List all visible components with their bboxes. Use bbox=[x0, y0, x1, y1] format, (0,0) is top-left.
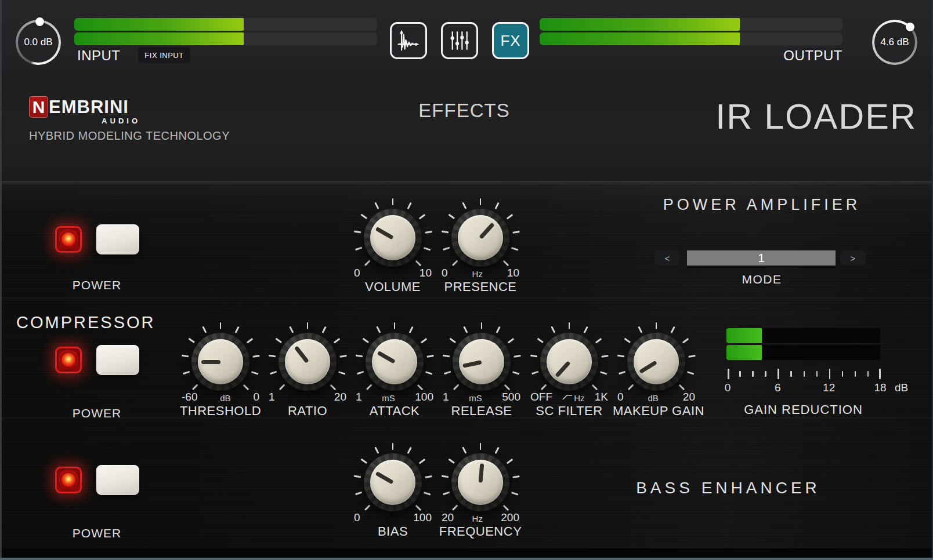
output-label: OUTPUT bbox=[726, 48, 842, 64]
eq-settings-tab-button[interactable] bbox=[441, 22, 478, 59]
mode-selector[interactable]: 1 bbox=[687, 250, 836, 266]
knob-scale: 1 mS 100 bbox=[356, 391, 433, 403]
power-amp-power-button[interactable] bbox=[96, 224, 139, 254]
knob-label: RELEASE bbox=[438, 403, 525, 419]
sliders-icon bbox=[447, 28, 472, 53]
input-meter-track-left bbox=[74, 18, 377, 31]
knob-scale: 0 dB 20 bbox=[617, 391, 695, 403]
compressor-power-led bbox=[55, 347, 82, 373]
output-meter-fill-left bbox=[540, 18, 740, 31]
bias-knob[interactable]: 0 100 BIAS bbox=[349, 437, 436, 541]
input-meter-fill-left bbox=[74, 18, 244, 31]
knob-scale: 0 Hz 10 bbox=[442, 267, 519, 279]
fix-input-button[interactable]: FIX INPUT bbox=[138, 47, 190, 63]
highpass-filter-icon bbox=[562, 394, 573, 400]
mode-prev-button[interactable]: < bbox=[654, 250, 680, 266]
mode-value: 1 bbox=[758, 251, 765, 265]
logo-tagline: HYBRID MODELING TECHNOLOGY bbox=[29, 129, 230, 143]
gr-meter-track-right bbox=[726, 345, 880, 360]
output-meter-track-left bbox=[540, 18, 842, 31]
knob-scale: 20 Hz 200 bbox=[442, 511, 519, 524]
output-gain-indicator-dot bbox=[906, 23, 914, 31]
input-gain-value: 0.0 dB bbox=[24, 37, 52, 48]
power-amplifier-title: POWER AMPLIFIER bbox=[617, 196, 907, 214]
input-gain-knob[interactable]: 0.0 dB bbox=[16, 20, 61, 65]
knob-label: SC FILTER bbox=[526, 403, 613, 419]
bass-enhancer-power-led bbox=[55, 467, 82, 493]
logo-brand-text: EMBRINI bbox=[49, 97, 129, 118]
bottom-strip bbox=[0, 548, 933, 558]
input-meter bbox=[74, 18, 377, 45]
logo-n-red-box: N bbox=[29, 96, 48, 118]
knob-label: PRESENCE bbox=[437, 279, 524, 294]
gain-reduction-label: GAIN REDUCTION bbox=[726, 402, 880, 417]
ir-waveform-tab-button[interactable] bbox=[390, 22, 427, 59]
compressor-power-button[interactable] bbox=[96, 345, 139, 375]
output-gain-value: 4.6 dB bbox=[880, 37, 909, 48]
effects-panel: POWER AMPLIFIER POWER 0 10 VOLUME 0 Hz bbox=[0, 181, 933, 548]
knob-label: FREQUENCY bbox=[437, 524, 524, 539]
mode-next-button[interactable]: > bbox=[840, 250, 866, 266]
presence-knob[interactable]: 0 Hz 10 PRESENCE bbox=[437, 192, 524, 297]
knob-scale: 1 mS 500 bbox=[443, 391, 520, 403]
view-title-effects: EFFECTS bbox=[406, 100, 522, 122]
section-divider bbox=[0, 297, 933, 299]
knob-label: ATTACK bbox=[351, 403, 438, 419]
input-label: INPUT bbox=[77, 48, 121, 64]
power-amp-power-led bbox=[55, 226, 82, 253]
input-gain-center: 0.0 dB bbox=[18, 22, 59, 63]
bass-enhancer-title: BASS ENHANCER bbox=[583, 479, 873, 497]
threshold-knob[interactable]: -60 dB 0 THRESHOLD bbox=[177, 317, 264, 421]
product-title: IR LOADER bbox=[715, 96, 917, 137]
compressor-power-label: POWER bbox=[50, 406, 143, 420]
knob-label: VOLUME bbox=[349, 279, 436, 294]
ir-loader-plugin-window: 0.0 dB INPUT FIX INPUT bbox=[0, 0, 933, 560]
knob-label: BIAS bbox=[349, 524, 436, 539]
output-meter bbox=[540, 18, 842, 45]
bass-enhancer-power-button[interactable] bbox=[96, 465, 139, 495]
fx-tab-button[interactable]: FX bbox=[492, 22, 529, 59]
gr-meter-track-left bbox=[726, 328, 880, 343]
gr-meter-fill-right bbox=[726, 345, 762, 360]
output-meter-fill-right bbox=[540, 32, 740, 45]
gr-meter-unit: dB bbox=[895, 381, 908, 394]
volume-knob[interactable]: 0 10 VOLUME bbox=[349, 192, 436, 297]
compressor-title: COMPRESSOR bbox=[16, 313, 155, 332]
power-amp-power-label: POWER bbox=[50, 278, 143, 292]
makeup-gain-knob[interactable]: 0 dB 20 MAKEUP GAIN bbox=[613, 317, 700, 421]
output-meter-track-right bbox=[540, 32, 842, 45]
logo-audio-text: AUDIO bbox=[29, 117, 140, 125]
knob-label: RATIO bbox=[264, 403, 351, 419]
bass-enhancer-power-label: POWER bbox=[50, 526, 143, 540]
sc-filter-knob[interactable]: OFF Hz 1K SC FILTER bbox=[526, 317, 613, 421]
gr-meter-tick-marks bbox=[726, 369, 880, 379]
top-bar: 0.0 dB INPUT FIX INPUT bbox=[0, 0, 933, 75]
release-knob[interactable]: 1 mS 500 RELEASE bbox=[438, 317, 525, 421]
impulse-response-icon bbox=[396, 28, 421, 53]
knob-scale: 1 20 bbox=[269, 391, 346, 403]
input-meter-track-right bbox=[74, 32, 377, 45]
knob-label: THRESHOLD bbox=[177, 403, 264, 419]
window-edge-left bbox=[0, 0, 2, 560]
window-edge-bottom bbox=[0, 558, 933, 560]
knob-scale: -60 dB 0 bbox=[182, 391, 259, 403]
knob-pointer bbox=[201, 360, 220, 364]
nembrini-audio-logo: N EMBRINI AUDIO HYBRID MODELING TECHNOLO… bbox=[29, 96, 230, 143]
knob-scale: 0 10 bbox=[354, 267, 432, 279]
mode-label: MODE bbox=[704, 272, 820, 286]
gr-meter-fill-left bbox=[726, 328, 762, 343]
frequency-knob[interactable]: 20 Hz 200 FREQUENCY bbox=[437, 437, 524, 541]
attack-knob[interactable]: 1 mS 100 ATTACK bbox=[351, 317, 438, 421]
input-meter-fill-right bbox=[74, 32, 244, 45]
knob-scale: 0 100 bbox=[354, 511, 432, 524]
output-gain-knob[interactable]: 4.6 dB bbox=[872, 20, 917, 65]
knob-label: MAKEUP GAIN bbox=[613, 403, 700, 419]
header-band: N EMBRINI AUDIO HYBRID MODELING TECHNOLO… bbox=[0, 75, 933, 181]
gain-reduction-meter: 0 6 12 18 dB GAIN REDUCTION bbox=[726, 328, 880, 421]
input-gain-indicator-dot bbox=[35, 17, 44, 26]
knob-scale: OFF Hz 1K bbox=[530, 391, 608, 403]
ratio-knob[interactable]: 1 20 RATIO bbox=[264, 317, 351, 421]
